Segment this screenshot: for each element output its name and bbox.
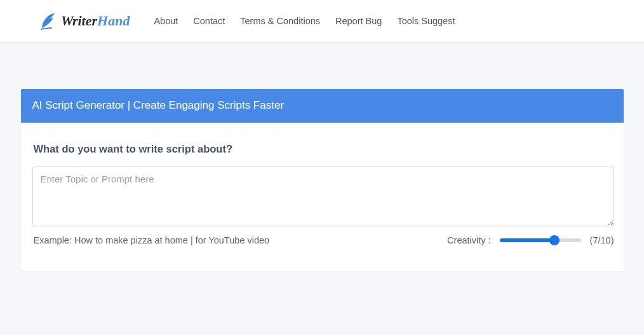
nav-contact[interactable]: Contact <box>193 16 225 26</box>
logo-text: WriterHand <box>61 13 130 29</box>
page-background: AI Script Generator | Create Engaging Sc… <box>0 43 644 335</box>
logo[interactable]: WriterHand <box>39 11 130 31</box>
prompt-label: What do you want to write script about? <box>34 143 612 155</box>
primary-nav: About Contact Terms & Conditions Report … <box>154 16 455 26</box>
topic-input[interactable] <box>32 167 614 226</box>
creativity-label: Creativity : <box>447 235 491 245</box>
nav-about[interactable]: About <box>154 16 178 26</box>
creativity-control: Creativity : (7/10) <box>447 235 614 245</box>
nav-report-bug[interactable]: Report Bug <box>335 16 382 26</box>
generator-card: AI Script Generator | Create Engaging Sc… <box>21 89 624 271</box>
input-footer-row: Example: How to make pizza at home | for… <box>32 235 614 245</box>
feather-icon <box>39 11 57 31</box>
top-navbar: WriterHand About Contact Terms & Conditi… <box>0 0 644 43</box>
card-body: What do you want to write script about? … <box>21 123 624 271</box>
creativity-value: (7/10) <box>590 235 614 245</box>
card-title: AI Script Generator | Create Engaging Sc… <box>21 89 624 123</box>
nav-tools-suggest[interactable]: Tools Suggest <box>397 16 455 26</box>
creativity-slider[interactable] <box>500 238 581 242</box>
example-text: Example: How to make pizza at home | for… <box>34 235 270 245</box>
nav-terms[interactable]: Terms & Conditions <box>240 16 320 26</box>
